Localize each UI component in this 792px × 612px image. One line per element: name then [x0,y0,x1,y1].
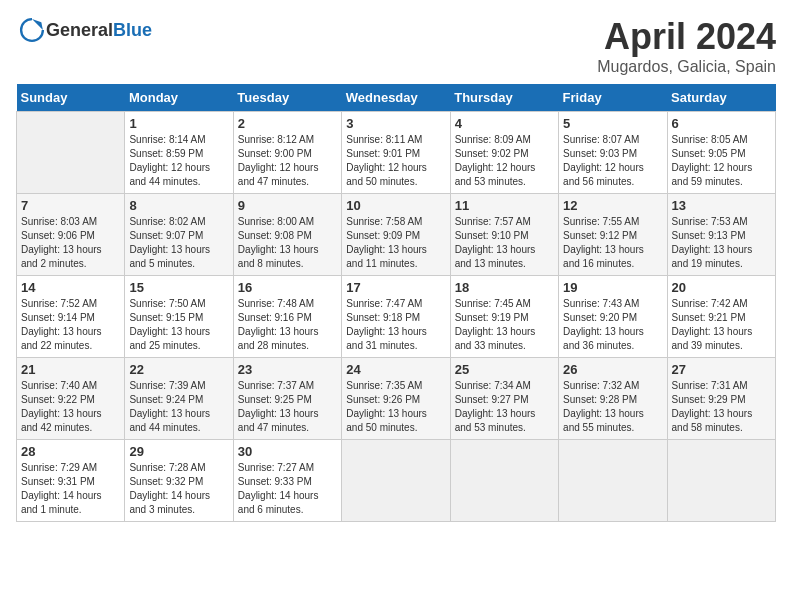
calendar-cell: 25Sunrise: 7:34 AM Sunset: 9:27 PM Dayli… [450,358,558,440]
calendar-cell: 28Sunrise: 7:29 AM Sunset: 9:31 PM Dayli… [17,440,125,522]
day-number: 19 [563,280,662,295]
title-area: April 2024 Mugardos, Galicia, Spain [597,16,776,76]
day-number: 16 [238,280,337,295]
day-number: 27 [672,362,771,377]
calendar-cell: 23Sunrise: 7:37 AM Sunset: 9:25 PM Dayli… [233,358,341,440]
day-info: Sunrise: 7:29 AM Sunset: 9:31 PM Dayligh… [21,461,120,517]
calendar-cell: 2Sunrise: 8:12 AM Sunset: 9:00 PM Daylig… [233,112,341,194]
day-info: Sunrise: 7:47 AM Sunset: 9:18 PM Dayligh… [346,297,445,353]
calendar-cell: 17Sunrise: 7:47 AM Sunset: 9:18 PM Dayli… [342,276,450,358]
calendar-cell: 6Sunrise: 8:05 AM Sunset: 9:05 PM Daylig… [667,112,775,194]
day-number: 28 [21,444,120,459]
logo-icon [18,16,46,44]
calendar-day-header: Wednesday [342,84,450,112]
day-info: Sunrise: 8:00 AM Sunset: 9:08 PM Dayligh… [238,215,337,271]
calendar-header-row: SundayMondayTuesdayWednesdayThursdayFrid… [17,84,776,112]
calendar-cell: 13Sunrise: 7:53 AM Sunset: 9:13 PM Dayli… [667,194,775,276]
day-info: Sunrise: 7:48 AM Sunset: 9:16 PM Dayligh… [238,297,337,353]
day-info: Sunrise: 7:39 AM Sunset: 9:24 PM Dayligh… [129,379,228,435]
day-number: 22 [129,362,228,377]
calendar-cell [559,440,667,522]
day-info: Sunrise: 8:14 AM Sunset: 8:59 PM Dayligh… [129,133,228,189]
day-info: Sunrise: 8:03 AM Sunset: 9:06 PM Dayligh… [21,215,120,271]
day-info: Sunrise: 7:50 AM Sunset: 9:15 PM Dayligh… [129,297,228,353]
calendar-week-row: 21Sunrise: 7:40 AM Sunset: 9:22 PM Dayli… [17,358,776,440]
day-number: 8 [129,198,228,213]
day-info: Sunrise: 7:28 AM Sunset: 9:32 PM Dayligh… [129,461,228,517]
day-number: 26 [563,362,662,377]
calendar-day-header: Thursday [450,84,558,112]
calendar-week-row: 28Sunrise: 7:29 AM Sunset: 9:31 PM Dayli… [17,440,776,522]
day-info: Sunrise: 8:02 AM Sunset: 9:07 PM Dayligh… [129,215,228,271]
calendar-cell: 14Sunrise: 7:52 AM Sunset: 9:14 PM Dayli… [17,276,125,358]
day-number: 10 [346,198,445,213]
day-number: 21 [21,362,120,377]
day-number: 29 [129,444,228,459]
day-number: 5 [563,116,662,131]
day-number: 2 [238,116,337,131]
calendar-cell [667,440,775,522]
calendar-cell: 24Sunrise: 7:35 AM Sunset: 9:26 PM Dayli… [342,358,450,440]
day-info: Sunrise: 7:34 AM Sunset: 9:27 PM Dayligh… [455,379,554,435]
day-number: 23 [238,362,337,377]
calendar-cell: 4Sunrise: 8:09 AM Sunset: 9:02 PM Daylig… [450,112,558,194]
calendar-subtitle: Mugardos, Galicia, Spain [597,58,776,76]
day-info: Sunrise: 8:07 AM Sunset: 9:03 PM Dayligh… [563,133,662,189]
calendar-day-header: Monday [125,84,233,112]
calendar-cell: 3Sunrise: 8:11 AM Sunset: 9:01 PM Daylig… [342,112,450,194]
day-number: 18 [455,280,554,295]
day-info: Sunrise: 7:55 AM Sunset: 9:12 PM Dayligh… [563,215,662,271]
day-number: 15 [129,280,228,295]
day-info: Sunrise: 8:11 AM Sunset: 9:01 PM Dayligh… [346,133,445,189]
day-number: 11 [455,198,554,213]
calendar-cell: 20Sunrise: 7:42 AM Sunset: 9:21 PM Dayli… [667,276,775,358]
day-number: 3 [346,116,445,131]
calendar-day-header: Tuesday [233,84,341,112]
calendar-cell: 26Sunrise: 7:32 AM Sunset: 9:28 PM Dayli… [559,358,667,440]
calendar-cell: 16Sunrise: 7:48 AM Sunset: 9:16 PM Dayli… [233,276,341,358]
calendar-cell: 8Sunrise: 8:02 AM Sunset: 9:07 PM Daylig… [125,194,233,276]
day-info: Sunrise: 7:52 AM Sunset: 9:14 PM Dayligh… [21,297,120,353]
logo-blue: Blue [113,20,152,40]
day-number: 14 [21,280,120,295]
day-number: 30 [238,444,337,459]
calendar-cell: 7Sunrise: 8:03 AM Sunset: 9:06 PM Daylig… [17,194,125,276]
day-number: 4 [455,116,554,131]
calendar-day-header: Friday [559,84,667,112]
calendar-table: SundayMondayTuesdayWednesdayThursdayFrid… [16,84,776,522]
calendar-cell: 9Sunrise: 8:00 AM Sunset: 9:08 PM Daylig… [233,194,341,276]
day-info: Sunrise: 8:12 AM Sunset: 9:00 PM Dayligh… [238,133,337,189]
day-info: Sunrise: 7:53 AM Sunset: 9:13 PM Dayligh… [672,215,771,271]
page-header: GeneralBlue April 2024 Mugardos, Galicia… [16,16,776,76]
calendar-cell: 18Sunrise: 7:45 AM Sunset: 9:19 PM Dayli… [450,276,558,358]
day-number: 17 [346,280,445,295]
calendar-cell: 12Sunrise: 7:55 AM Sunset: 9:12 PM Dayli… [559,194,667,276]
day-info: Sunrise: 7:42 AM Sunset: 9:21 PM Dayligh… [672,297,771,353]
calendar-cell [450,440,558,522]
calendar-cell: 5Sunrise: 8:07 AM Sunset: 9:03 PM Daylig… [559,112,667,194]
calendar-day-header: Sunday [17,84,125,112]
day-number: 12 [563,198,662,213]
day-info: Sunrise: 8:05 AM Sunset: 9:05 PM Dayligh… [672,133,771,189]
day-info: Sunrise: 7:35 AM Sunset: 9:26 PM Dayligh… [346,379,445,435]
day-number: 1 [129,116,228,131]
calendar-cell: 22Sunrise: 7:39 AM Sunset: 9:24 PM Dayli… [125,358,233,440]
calendar-cell: 15Sunrise: 7:50 AM Sunset: 9:15 PM Dayli… [125,276,233,358]
calendar-cell: 27Sunrise: 7:31 AM Sunset: 9:29 PM Dayli… [667,358,775,440]
calendar-cell [342,440,450,522]
day-info: Sunrise: 7:58 AM Sunset: 9:09 PM Dayligh… [346,215,445,271]
day-number: 6 [672,116,771,131]
calendar-cell [17,112,125,194]
logo-general: General [46,20,113,40]
calendar-cell: 11Sunrise: 7:57 AM Sunset: 9:10 PM Dayli… [450,194,558,276]
calendar-cell: 19Sunrise: 7:43 AM Sunset: 9:20 PM Dayli… [559,276,667,358]
day-info: Sunrise: 7:37 AM Sunset: 9:25 PM Dayligh… [238,379,337,435]
calendar-cell: 21Sunrise: 7:40 AM Sunset: 9:22 PM Dayli… [17,358,125,440]
day-info: Sunrise: 7:43 AM Sunset: 9:20 PM Dayligh… [563,297,662,353]
day-number: 24 [346,362,445,377]
calendar-cell: 29Sunrise: 7:28 AM Sunset: 9:32 PM Dayli… [125,440,233,522]
day-number: 20 [672,280,771,295]
calendar-title: April 2024 [597,16,776,58]
day-info: Sunrise: 7:45 AM Sunset: 9:19 PM Dayligh… [455,297,554,353]
calendar-week-row: 1Sunrise: 8:14 AM Sunset: 8:59 PM Daylig… [17,112,776,194]
